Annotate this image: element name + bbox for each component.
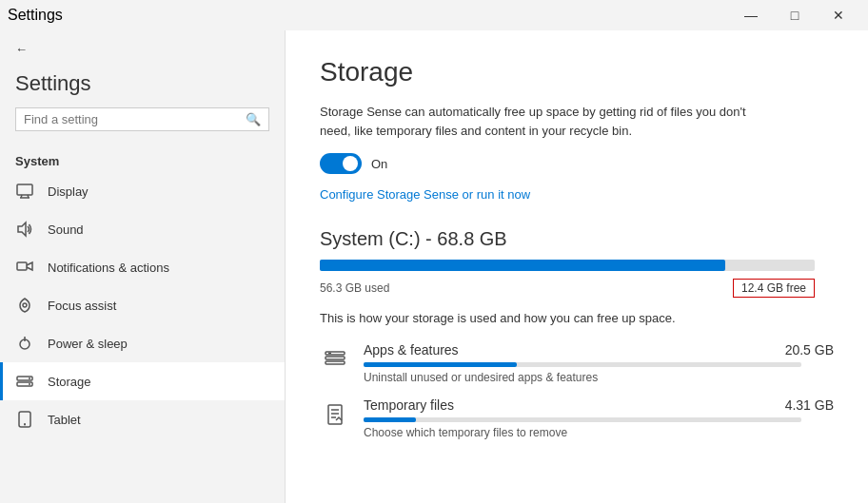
svg-rect-19 [328,405,342,424]
app-title: Settings [0,68,285,107]
sidebar-item-sound[interactable]: Sound [0,210,285,248]
sound-icon [15,220,34,239]
storage-sense-toggle[interactable] [320,153,362,174]
svg-point-6 [23,303,27,307]
search-icon: 🔍 [246,112,261,126]
sidebar-item-focus[interactable]: Focus assist [0,286,285,324]
svg-rect-17 [326,361,345,364]
apps-desc: Uninstall unused or undesired apps & fea… [364,371,834,384]
display-label: Display [48,184,89,199]
apps-size: 20.5 GB [785,342,834,358]
minimize-button[interactable]: — [729,0,773,30]
temp-info: Temporary files 4.31 GB Choose which tem… [364,397,834,439]
sound-label: Sound [48,222,84,237]
temp-desc: Choose which temporary files to remove [364,426,834,439]
list-item: Apps & features 20.5 GB Uninstall unused… [320,342,834,384]
temp-bar-fill [364,417,416,422]
notifications-label: Notifications & actions [48,261,169,275]
sidebar-item-display[interactable]: Display [0,172,285,210]
titlebar-left: Settings [8,7,63,24]
display-icon [15,182,34,201]
toggle-knob [343,156,358,171]
back-icon: ← [15,42,28,56]
power-icon [15,334,34,353]
svg-point-12 [29,383,30,385]
search-box: 🔍 [15,107,269,131]
focus-icon [15,296,34,315]
apps-name: Apps & features [364,342,459,358]
storage-usage-desc: This is how your storage is used and how… [320,311,834,325]
titlebar: Settings — □ ✕ [0,0,868,30]
main-content: Storage Storage Sense can automatically … [286,30,868,503]
temp-size: 4.31 GB [785,397,834,413]
apps-bar [364,362,801,367]
svg-rect-0 [17,184,32,195]
focus-label: Focus assist [48,299,116,313]
maximize-button[interactable]: □ [773,0,817,30]
sidebar-item-notifications[interactable]: Notifications & actions [0,248,285,286]
svg-rect-5 [17,262,27,270]
drive-stats: 56.3 GB used 12.4 GB free [320,279,815,298]
config-link[interactable]: Configure Storage Sense or run it now [320,187,834,202]
drive-title: System (C:) - 68.8 GB [320,228,834,250]
search-input[interactable] [24,112,246,126]
power-label: Power & sleep [48,337,128,351]
sidebar-item-tablet[interactable]: Tablet [0,400,285,438]
drive-progress-bar [320,260,815,271]
sidebar-item-storage[interactable]: Storage [0,362,285,400]
titlebar-controls: — □ ✕ [729,0,860,30]
back-button[interactable]: ← [0,30,285,68]
temp-icon [320,399,350,430]
storage-description: Storage Sense can automatically free up … [320,103,777,140]
tablet-label: Tablet [48,413,81,427]
storage-items-list: Apps & features 20.5 GB Uninstall unused… [320,342,834,439]
page-title: Storage [320,57,834,87]
sidebar-item-power[interactable]: Power & sleep [0,324,285,362]
svg-point-11 [29,377,30,379]
apps-info: Apps & features 20.5 GB Uninstall unused… [364,342,834,384]
apps-bar-fill [364,362,517,367]
drive-used-fill [320,260,725,271]
notifications-icon [15,258,34,277]
temp-name: Temporary files [364,397,454,413]
section-label: System [0,146,285,172]
svg-rect-16 [326,357,345,359]
toggle-label: On [371,157,387,171]
apps-top: Apps & features 20.5 GB [364,342,834,358]
titlebar-title: Settings [8,7,63,24]
temp-bar [364,417,801,422]
drive-used-label: 56.3 GB used [320,281,389,295]
sidebar: ← Settings 🔍 System Display Sound Notifi… [0,30,286,503]
svg-marker-4 [18,222,26,236]
list-item: Temporary files 4.31 GB Choose which tem… [320,397,834,439]
app-container: ← Settings 🔍 System Display Sound Notifi… [0,30,868,503]
storage-label: Storage [48,375,91,389]
drive-free-label: 12.4 GB free [733,279,815,298]
storage-icon [15,372,34,391]
apps-icon [320,344,350,375]
temp-top: Temporary files 4.31 GB [364,397,834,413]
tablet-icon [15,410,34,429]
toggle-row: On [320,153,834,174]
close-button[interactable]: ✕ [817,0,860,30]
